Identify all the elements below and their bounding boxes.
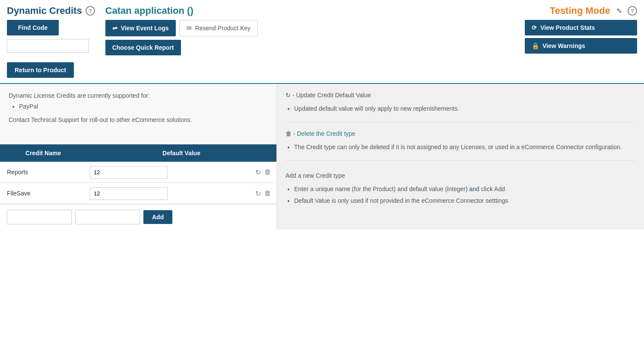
info-list: PayPal <box>19 103 268 110</box>
add-section-list: Enter a unique name (for the Product) an… <box>294 185 635 205</box>
return-to-product-button[interactable]: Return to Product <box>7 62 74 78</box>
left-panel: Dynamic License Credits are currently su… <box>0 84 276 230</box>
row-name-reports: Reports <box>0 165 86 179</box>
center-buttons: ⇌ View Event Logs ✉ Resend Product Key <box>105 20 506 36</box>
info-text: Dynamic License Credits are currently su… <box>9 91 268 100</box>
right-panel: ↻ - Update Credit Default Value Updated … <box>276 84 644 230</box>
add-list-item-1: Enter a unique name (for the Product) an… <box>294 185 635 194</box>
center-title: Catan application () <box>105 5 506 16</box>
filesave-value-input[interactable] <box>90 187 168 200</box>
update-list: Updated default value will only apply to… <box>294 104 635 113</box>
table-row: Reports ↻ 🗑 <box>0 162 276 183</box>
add-name-input[interactable] <box>7 210 72 224</box>
app-title: Dynamic Credits <box>7 5 82 16</box>
view-warnings-button[interactable]: 🔒 View Warnings <box>525 38 637 54</box>
add-row: Add <box>0 204 276 230</box>
envelope-icon: ✉ <box>187 25 192 32</box>
help-icon[interactable]: ? <box>86 6 95 16</box>
add-section-title: Add a new Credit type <box>286 171 635 180</box>
main-content: Dynamic License Credits are currently su… <box>0 84 644 230</box>
sub-header: Return to Product <box>0 59 644 83</box>
row-value-reports <box>86 166 250 179</box>
right-action-buttons: ⟳ View Product Stats 🔒 View Warnings <box>525 20 637 54</box>
view-product-stats-button[interactable]: ⟳ View Product Stats <box>525 20 637 35</box>
refresh-icon-filesave[interactable]: ↻ <box>255 189 261 198</box>
add-list-item-2: Default Value is only used if not provid… <box>294 196 635 205</box>
delete-icon-reports[interactable]: 🗑 <box>264 168 271 176</box>
update-list-item: Updated default value will only apply to… <box>294 104 635 113</box>
info-list-item: PayPal <box>19 103 268 110</box>
table-section: Credit Name Default Value Reports ↻ 🗑 Fi… <box>0 144 276 230</box>
info-section: Dynamic License Credits are currently su… <box>0 84 276 144</box>
add-in-link[interactable]: in <box>405 197 410 204</box>
update-icon: ↻ <box>286 92 291 99</box>
row-name-filesave: FileSave <box>0 186 86 200</box>
table-header: Credit Name Default Value <box>0 144 276 162</box>
row-actions-reports: ↻ 🗑 <box>250 168 276 176</box>
testing-mode-row: Testing Mode ✎ ? <box>550 5 637 16</box>
stats-icon: ⟳ <box>532 24 537 31</box>
delete-icon: 🗑 <box>286 130 292 137</box>
col-value-header: Default Value <box>86 144 276 162</box>
delete-section-title: 🗑 - Delete the Credit type <box>286 129 635 138</box>
row-value-filesave <box>86 187 250 200</box>
delete-section: 🗑 - Delete the Credit type The Credit ty… <box>286 129 635 152</box>
search-input[interactable] <box>7 39 89 53</box>
testing-mode-title: Testing Mode <box>550 5 610 16</box>
header-left: Dynamic Credits ? Find Code <box>7 5 95 53</box>
find-code-button[interactable]: Find Code <box>7 20 59 35</box>
choose-quick-report-row: Choose Quick Report <box>105 40 506 55</box>
update-section: ↻ - Update Credit Default Value Updated … <box>286 91 635 113</box>
edit-icon[interactable]: ✎ <box>614 6 624 16</box>
delete-list-item: The Credit type can only be deleted if i… <box>294 143 635 152</box>
delete-list: The Credit type can only be deleted if i… <box>294 143 635 152</box>
col-name-header: Credit Name <box>0 144 86 162</box>
add-button[interactable]: Add <box>143 210 172 224</box>
delete-icon-filesave[interactable]: 🗑 <box>264 189 271 198</box>
info-footer-text: Contact Technical Support for roll-out t… <box>9 115 268 125</box>
reports-value-input[interactable] <box>90 166 168 179</box>
lock-icon: 🔒 <box>532 42 539 49</box>
refresh-icon-reports[interactable]: ↻ <box>255 168 261 176</box>
update-section-title: ↻ - Update Credit Default Value <box>286 91 635 100</box>
add-and-link[interactable]: and <box>469 185 479 192</box>
choose-quick-report-button[interactable]: Choose Quick Report <box>105 40 181 55</box>
resend-product-key-button[interactable]: ✉ Resend Product Key <box>179 20 258 36</box>
delete-in-link[interactable]: in <box>510 144 515 150</box>
testing-help-icon[interactable]: ? <box>628 6 637 16</box>
event-logs-icon: ⇌ <box>112 25 117 32</box>
view-event-logs-button[interactable]: ⇌ View Event Logs <box>105 20 176 36</box>
row-actions-filesave: ↻ 🗑 <box>250 189 276 198</box>
add-section: Add a new Credit type Enter a unique nam… <box>286 168 635 205</box>
header-right: Testing Mode ✎ ? ⟳ View Product Stats 🔒 … <box>516 5 637 54</box>
table-row: FileSave ↻ 🗑 <box>0 183 276 204</box>
add-value-input[interactable] <box>75 210 140 224</box>
app-title-row: Dynamic Credits ? <box>7 5 95 16</box>
header-center: Catan application () ⇌ View Event Logs ✉… <box>105 5 506 55</box>
